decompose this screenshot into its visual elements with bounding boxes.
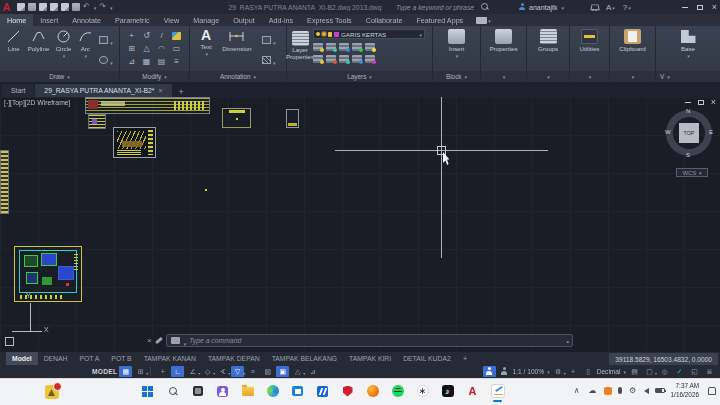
panel-label-modify[interactable]: Modify [120,71,189,82]
chatgpt-icon[interactable]: ∗ [415,383,430,399]
command-input[interactable]: Type a command ▴ [166,334,573,347]
dynamic-ucs-icon[interactable]: ⊿ [306,366,319,377]
restore-button[interactable] [697,5,703,10]
object-snap-icon[interactable]: ▽▾ [231,366,244,377]
help-icon[interactable]: ? [623,3,631,12]
layer-thaw-icon[interactable] [322,32,326,36]
save-icon[interactable] [39,3,47,11]
drawing-object-frame-1[interactable] [222,108,251,128]
layer-prev-icon[interactable] [326,55,336,63]
panel-label-layers[interactable]: Layers [287,71,432,82]
tab-pot-a[interactable]: POT A [73,352,105,366]
tab-add-ins[interactable]: Add-ins [262,14,300,26]
trim-icon[interactable]: / [154,29,169,42]
tab-express-tools[interactable]: Express Tools [300,14,359,26]
search-box[interactable] [396,3,492,11]
tab-home[interactable]: Home [0,14,33,26]
panel-label-view[interactable]: V [656,71,720,82]
properties-tool[interactable]: Properties [481,26,526,52]
tab-pot-b[interactable]: POT B [105,352,137,366]
tab-insert[interactable]: Insert [33,14,65,26]
move-icon[interactable]: + [124,29,139,42]
tab-model[interactable]: Model [6,352,38,366]
active-app-icon[interactable] [490,383,505,399]
table-tool[interactable] [262,51,276,69]
tab-featured-apps[interactable]: Featured Apps [409,14,470,26]
new-drawing-tab-icon[interactable]: + [179,87,184,97]
annotation-visibility-icon[interactable] [483,366,496,377]
panel-label-clipboard[interactable] [610,71,655,82]
tray-settings-icon[interactable]: ⚙ [628,386,638,395]
microsoft-store-icon[interactable] [290,383,305,399]
panel-label-groups[interactable] [527,71,569,82]
command-prompt-icon[interactable] [171,337,180,344]
object-isolate-icon[interactable]: ◎ [658,366,671,377]
autocad-logo-icon[interactable]: A [0,1,13,14]
view-cube[interactable]: N S W E TOP [666,110,712,156]
new-file-icon[interactable] [17,3,25,11]
drawing-canvas[interactable]: [-][Top][2D Wireframe] × N S W E TOP WCS [0,97,720,351]
graphics-performance-icon[interactable]: ✓ [673,366,686,377]
firefox-icon[interactable] [365,383,380,399]
close-button[interactable]: × [712,3,717,12]
workspace-switching-icon[interactable]: ⚙▾ [552,366,565,377]
command-recent-icon[interactable] [183,332,187,350]
panel-label-draw[interactable]: Draw [0,71,119,82]
plot-icon[interactable] [61,3,69,11]
spotify-icon[interactable] [390,383,405,399]
tray-chevron-icon[interactable]: ∧ [572,386,582,395]
snap-mode-icon[interactable]: ⊞▾ [134,366,147,377]
panel-label-properties[interactable] [481,71,526,82]
layer-lock-icon[interactable] [352,43,362,51]
view-cube-east[interactable]: E [709,129,713,135]
viewport-controls[interactable]: [-][Top][2D Wireframe] [4,99,70,106]
start-button-icon[interactable] [140,383,155,399]
search-input[interactable] [396,4,478,11]
annotation-scale-label[interactable]: 1:1 / 100% [513,368,545,375]
copy-icon[interactable]: ⊞ [124,42,139,55]
layer-isolate-icon[interactable] [326,43,336,51]
isolate-objects-icon[interactable]: ▯ [582,366,595,377]
ellipse-tool[interactable] [99,51,113,69]
command-close-icon[interactable]: × [147,336,152,345]
undo-dropdown-icon[interactable] [93,4,97,11]
drawing-object-small[interactable] [88,114,106,129]
utilities-tool[interactable]: Utilities [570,26,609,52]
tray-orange-app-icon[interactable] [604,387,612,395]
annotation-monitor-icon[interactable]: + [567,366,580,377]
account-menu[interactable]: anantajtk [518,3,564,11]
rotate-icon[interactable]: ↺ [139,29,154,42]
clipboard-tool[interactable]: Clipboard [610,26,655,52]
dynamic-input-icon[interactable]: + [156,366,169,377]
file-tab-drawing[interactable]: 29_RASYA PUTRA ANANTA_XI-B2* × [35,84,171,97]
taskbar-search-icon[interactable] [165,383,180,399]
offset-icon[interactable]: ≡ [169,55,184,68]
view-cube-west[interactable]: W [665,129,671,135]
panel-label-block[interactable]: Block [433,71,480,82]
layer-dropdown[interactable]: GARIS KERTAS [313,29,425,39]
transparency-icon[interactable]: ▧ [261,366,274,377]
view-cube-top-face[interactable]: TOP [679,123,699,143]
ortho-mode-icon[interactable]: ∟ [171,366,184,377]
tab-output[interactable]: Output [226,14,262,26]
drawing-object-floorplan[interactable] [14,246,82,302]
drawing-object-frame-2[interactable] [286,109,299,128]
drawing-object-edge-strip[interactable] [0,150,9,214]
app-store-cart-icon[interactable] [590,4,598,11]
tab-view[interactable]: View [157,14,186,26]
account-dropdown-icon[interactable] [560,4,564,11]
layer-off-icon[interactable] [313,43,323,51]
new-layout-icon[interactable]: + [457,354,474,363]
layer-freeze-icon[interactable] [339,43,349,51]
minimize-button[interactable] [682,7,688,8]
view-cube-north[interactable]: N [686,108,690,114]
scale-icon[interactable]: ▦ [139,55,154,68]
taskbar-clock[interactable]: 7:37 AM 1/16/2026 [671,382,699,399]
layer-dropdown-icon[interactable] [418,31,422,38]
undo-icon[interactable]: ↶ [83,3,90,11]
clean-screen-icon[interactable]: ◱ [688,366,701,377]
edge-browser-icon[interactable] [265,383,280,399]
print-icon[interactable] [72,3,80,11]
tab-detail-kuda2[interactable]: DETAIL KUDA2 [397,352,457,366]
grid-display-icon[interactable]: ▦ [119,366,132,377]
